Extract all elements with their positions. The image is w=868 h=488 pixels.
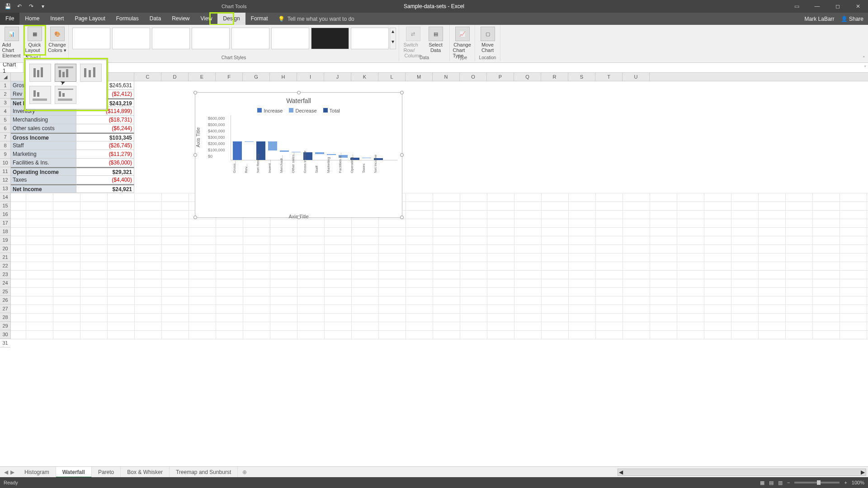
waterfall-chart[interactable]: Waterfall Increase Decrease Total Axis T…	[195, 92, 402, 218]
row-header[interactable]: 5	[0, 116, 10, 124]
row-header[interactable]: 21	[0, 253, 10, 262]
gallery-scroll-up-icon[interactable]: ▴	[390, 28, 396, 38]
redo-icon[interactable]: ↷	[27, 2, 35, 10]
row-header[interactable]: 17	[0, 219, 10, 227]
change-colors-button[interactable]: 🎨 Change Colors ▾	[46, 26, 69, 54]
row-header[interactable]: 18	[0, 227, 10, 236]
sheet-tab[interactable]: Treemap and Sunburst	[170, 467, 238, 478]
chart-style-5[interactable]	[231, 28, 269, 49]
undo-icon[interactable]: ↶	[15, 2, 24, 10]
chart-style-7[interactable]	[311, 28, 349, 49]
column-header[interactable]: O	[460, 73, 487, 81]
quick-layout-option-3[interactable]	[80, 64, 102, 82]
zoom-in-icon[interactable]: +	[844, 480, 847, 485]
row-header[interactable]: 31	[0, 339, 10, 347]
column-header[interactable]: N	[433, 73, 460, 81]
row-header[interactable]: 9	[0, 150, 10, 159]
collapse-ribbon-icon[interactable]: ˄	[863, 56, 865, 61]
chart-handle-se[interactable]	[400, 216, 404, 219]
column-header[interactable]: L	[378, 73, 406, 81]
sheet-tab[interactable]: Box & Whisker	[121, 467, 170, 478]
chart-style-8[interactable]	[351, 28, 389, 49]
chart-bar[interactable]	[362, 158, 371, 158]
scroll-right-icon[interactable]: ▶	[861, 469, 865, 475]
row-header[interactable]: 29	[0, 322, 10, 330]
quick-layout-option-4[interactable]	[29, 86, 51, 104]
chart-style-2[interactable]	[112, 28, 150, 49]
column-header[interactable]: R	[541, 73, 568, 81]
row-header[interactable]: 19	[0, 236, 10, 244]
column-header[interactable]: J	[324, 73, 351, 81]
row-header[interactable]: 3	[0, 99, 10, 107]
tab-review[interactable]: Review	[166, 13, 195, 25]
chart-handle-sw[interactable]	[193, 216, 197, 219]
row-header[interactable]: 28	[0, 313, 10, 322]
row-header[interactable]: 30	[0, 330, 10, 339]
quick-layout-option-5[interactable]	[55, 86, 76, 104]
view-normal-icon[interactable]: ▦	[760, 480, 764, 486]
cell-label[interactable]: Taxes	[11, 176, 76, 184]
chart-bar[interactable]	[315, 152, 324, 154]
row-header[interactable]: 15	[0, 202, 10, 210]
chart-bar[interactable]	[327, 154, 336, 155]
row-header[interactable]: 6	[0, 124, 10, 133]
row-header[interactable]: 25	[0, 287, 10, 296]
tab-design[interactable]: Design	[217, 13, 245, 25]
cell-value[interactable]: ($36,000)	[76, 159, 134, 167]
column-header[interactable]: C	[134, 73, 161, 81]
row-header[interactable]: 26	[0, 296, 10, 305]
formula-bar-expand-icon[interactable]: ˅	[864, 65, 866, 70]
cell-value[interactable]: $103,345	[76, 133, 134, 141]
column-header[interactable]: S	[568, 73, 595, 81]
sheet-nav-prev-icon[interactable]: ◀	[4, 469, 8, 475]
view-page-break-icon[interactable]: ▥	[778, 480, 783, 486]
row-header[interactable]: 7	[0, 133, 10, 141]
select-data-button[interactable]: ▤ Select Data	[425, 26, 447, 59]
cell-label[interactable]: Marketing	[11, 150, 76, 159]
cell-value[interactable]: ($26,745)	[76, 141, 134, 150]
tab-format[interactable]: Format	[245, 13, 274, 25]
tab-home[interactable]: Home	[19, 13, 45, 25]
user-name[interactable]: Mark LaBarr	[805, 16, 835, 22]
cell-value[interactable]: ($11,279)	[76, 150, 134, 159]
select-all-corner[interactable]: ◢	[0, 73, 10, 81]
tab-formulas[interactable]: Formulas	[111, 13, 144, 25]
quick-layout-button[interactable]: ▦ Quick Layout ▾	[24, 26, 46, 60]
chart-legend[interactable]: Increase Decrease Total	[195, 108, 402, 113]
cell-value[interactable]: $29,321	[76, 167, 134, 176]
row-header[interactable]: 4	[0, 107, 10, 116]
row-header[interactable]: 12	[0, 176, 10, 184]
maximize-icon[interactable]: ◻	[827, 0, 848, 13]
cell-label[interactable]: Staff	[11, 141, 76, 150]
column-header[interactable]: U	[623, 73, 650, 81]
save-icon[interactable]: 💾	[4, 2, 12, 10]
column-header[interactable]: T	[595, 73, 623, 81]
column-header[interactable]: M	[406, 73, 433, 81]
sheet-tab[interactable]: Waterfall	[56, 467, 92, 478]
chart-style-6[interactable]	[271, 28, 309, 49]
quick-layout-option-1[interactable]	[29, 64, 51, 82]
cell-value[interactable]: ($6,244)	[76, 124, 134, 133]
y-axis-title[interactable]: Axis Title	[195, 127, 201, 147]
tab-data[interactable]: Data	[144, 13, 166, 25]
zoom-out-icon[interactable]: −	[787, 480, 790, 485]
qat-customize-icon[interactable]: ▾	[39, 2, 47, 10]
minimize-icon[interactable]: —	[807, 0, 827, 13]
chart-style-4[interactable]	[192, 28, 230, 49]
row-header[interactable]: 2	[0, 90, 10, 99]
gallery-scroll-down-icon[interactable]: ▾	[390, 38, 396, 49]
row-header[interactable]: 10	[0, 159, 10, 167]
chart-handle-s[interactable]	[297, 216, 301, 219]
row-header[interactable]: 14	[0, 193, 10, 202]
column-header[interactable]: F	[216, 73, 243, 81]
sheet-nav-next-icon[interactable]: ▶	[10, 469, 14, 475]
row-header[interactable]: 20	[0, 244, 10, 253]
chart-style-1[interactable]	[72, 28, 110, 49]
column-header[interactable]: I	[297, 73, 324, 81]
row-header[interactable]: 22	[0, 262, 10, 270]
move-chart-button[interactable]: ▢ Move Chart	[476, 26, 499, 54]
chart-handle-ne[interactable]	[400, 91, 404, 94]
column-header[interactable]: K	[351, 73, 378, 81]
chart-handle-nw[interactable]	[193, 91, 197, 94]
horizontal-scrollbar[interactable]: ◀ ▶	[618, 469, 866, 476]
